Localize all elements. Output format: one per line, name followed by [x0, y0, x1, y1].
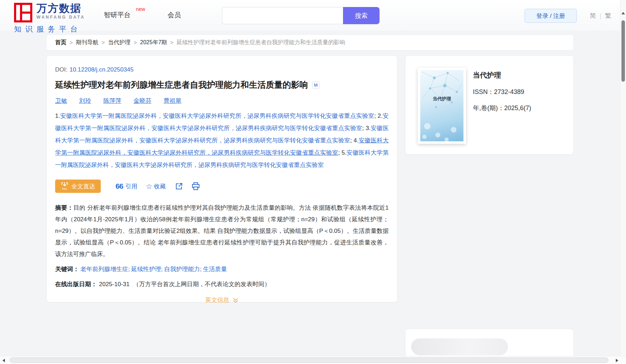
- author-list: 卫敏 刘玲 陈萍萍 金晓芬 曹祖翠: [55, 97, 389, 105]
- nav-item-zhiyan[interactable]: 智研平台 new: [104, 11, 132, 19]
- journal-name[interactable]: 当代护理: [473, 70, 531, 80]
- abstract: 摘要：目的 分析老年前列腺增生症患者行延续性护理对其自我护理能力及生活质量的影响…: [55, 202, 389, 260]
- brand-name-en: WANFANG DATA: [37, 15, 85, 20]
- keywords-label: 关键词：: [55, 266, 79, 272]
- share-icon: [175, 182, 183, 190]
- search-bar: 搜索: [222, 7, 380, 24]
- star-icon: ☆: [146, 183, 152, 190]
- breadcrumb-journal-nav[interactable]: 期刊导航: [76, 39, 98, 46]
- horizontal-scrollbar-thumb[interactable]: [9, 357, 608, 363]
- scroll-up-arrow[interactable]: [621, 12, 625, 14]
- online-date-note: （万方平台首次上网日期，不代表论文的发表时间）: [133, 281, 270, 288]
- doi-link[interactable]: 10.12208/j.cn.20250345: [70, 66, 133, 73]
- brand-name: 万方数据: [37, 3, 85, 14]
- journal-cover[interactable]: 当代护理: [418, 68, 466, 144]
- online-publish-date: 在线出版日期：2025-10-31（万方平台首次上网日期，不代表论文的发表时间）: [55, 280, 389, 288]
- affiliation-link[interactable]: 安徽医科大学第一附属医院泌尿外科，安徽医科大学泌尿外科研究所，泌尿男科疾病研究与…: [60, 113, 374, 119]
- keyword-link[interactable]: 生活质量: [203, 266, 227, 272]
- page-title: 延续性护理对老年前列腺增生症患者自我护理能力和生活质量的影响M: [55, 80, 389, 90]
- search-button[interactable]: 搜索: [343, 7, 380, 24]
- scroll-right-arrow[interactable]: [616, 359, 618, 362]
- abstract-label: 摘要：: [55, 204, 73, 211]
- breadcrumb-journal[interactable]: 当代护理: [108, 39, 131, 46]
- fulltext-button[interactable]: free 全文直达: [55, 180, 101, 193]
- quote-icon: 66: [116, 182, 123, 190]
- vertical-scrollbar-thumb[interactable]: [621, 20, 625, 82]
- keyword-link[interactable]: 延续性护理: [131, 266, 161, 272]
- breadcrumb: 首页 > 期刊导航 > 当代护理 > 2025年7期 > 延续性护理对老年前列腺…: [47, 35, 573, 50]
- journal-cover-title: 当代护理: [420, 96, 463, 102]
- breadcrumb-current: 延续性护理对老年前列腺增生症患者自我护理能力和生活质量的影响: [177, 39, 345, 46]
- english-info-toggle[interactable]: 英文信息: [55, 296, 389, 304]
- nav-item-member[interactable]: 会员: [167, 11, 181, 19]
- breadcrumb-issue[interactable]: 2025年7期: [140, 39, 167, 46]
- search-input[interactable]: [222, 7, 343, 24]
- journal-card: 当代护理 当代护理 ISSN：2732-4389 年,卷(期)：2025,6(7…: [406, 56, 573, 154]
- download-free-icon: free: [61, 182, 68, 190]
- print-button[interactable]: [192, 182, 200, 190]
- language-switch: 简|繁: [590, 12, 611, 20]
- chevron-double-down-icon: [233, 298, 238, 303]
- brand-tagline: 知识服务平台: [14, 24, 85, 34]
- lang-simplified[interactable]: 简: [590, 12, 596, 19]
- doi-label: DOI:: [55, 66, 67, 73]
- online-date-label: 在线出版日期：: [55, 281, 97, 288]
- wanfang-logo-icon: [14, 3, 32, 22]
- keywords: 关键词：老年前列腺增生症;延续性护理;自我护理能力;生活质量: [55, 265, 389, 273]
- action-row: free 全文直达 66 引用 ☆ 收藏: [55, 180, 389, 193]
- loading-skeleton: [411, 338, 508, 355]
- lang-divider: |: [600, 12, 601, 19]
- author-link[interactable]: 金晓芬: [133, 97, 151, 104]
- journal-volume: 年,卷(期)：2025,6(7): [473, 104, 531, 112]
- affiliation-list: 1.安徽医科大学第一附属医院泌尿外科，安徽医科大学泌尿外科研究所，泌尿男科疾病研…: [55, 110, 389, 171]
- keyword-link[interactable]: 自我护理能力: [164, 266, 200, 272]
- vertical-scrollbar[interactable]: [620, 0, 626, 356]
- breadcrumb-home[interactable]: 首页: [55, 39, 66, 46]
- top-nav: 智研平台 new 会员: [104, 11, 216, 20]
- journal-issn: ISSN：2732-4389: [473, 88, 531, 96]
- metrics-badge[interactable]: M: [312, 81, 319, 89]
- share-button[interactable]: [175, 182, 183, 190]
- collect-button[interactable]: ☆ 收藏: [146, 182, 166, 190]
- author-link[interactable]: 陈萍萍: [103, 97, 121, 104]
- doi-line: DOI:10.12208/j.cn.20250345: [55, 66, 389, 73]
- keyword-link[interactable]: 老年前列腺增生症: [80, 266, 128, 272]
- author-link[interactable]: 刘玲: [79, 97, 91, 104]
- cite-button[interactable]: 66 引用: [116, 182, 137, 190]
- scroll-left-arrow[interactable]: [2, 359, 5, 362]
- wanfang-logo[interactable]: 万方数据 WANFANG DATA 知识服务平台: [14, 3, 85, 34]
- horizontal-scrollbar[interactable]: [0, 356, 626, 364]
- author-link[interactable]: 曹祖翠: [164, 97, 182, 104]
- cover-network-art: [420, 70, 463, 141]
- lang-traditional[interactable]: 繁: [605, 12, 611, 19]
- printer-icon: [192, 182, 200, 190]
- svg-text:free: free: [62, 187, 67, 190]
- article-card: DOI:10.12208/j.cn.20250345 延续性护理对老年前列腺增生…: [47, 56, 397, 302]
- author-link[interactable]: 卫敏: [55, 97, 67, 104]
- new-badge: new: [136, 6, 145, 12]
- site-header: 万方数据 WANFANG DATA 知识服务平台 智研平台 new 会员 搜索 …: [0, 0, 626, 31]
- login-register-button[interactable]: 登录 / 注册: [525, 9, 577, 23]
- online-date-value: 2025-10-31: [99, 281, 130, 288]
